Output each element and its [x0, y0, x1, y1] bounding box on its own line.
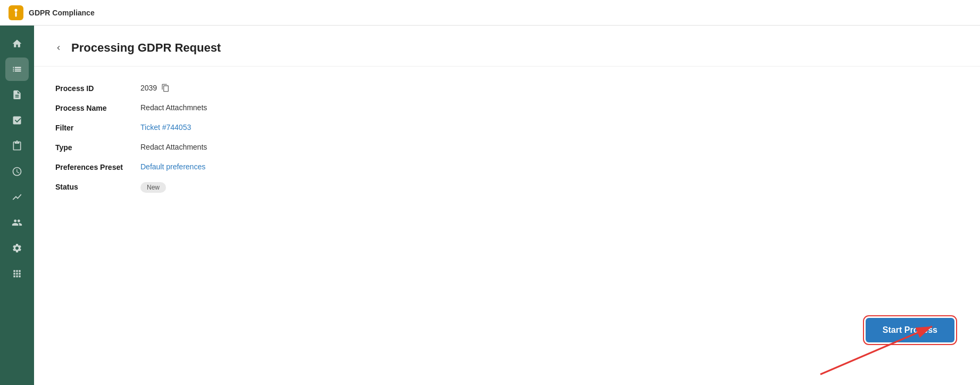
sidebar-item-home[interactable] [5, 32, 29, 55]
main-layout: Processing GDPR Request Process ID 2039 … [0, 26, 980, 385]
form-area: Process ID 2039 Process Name Redact Atta… [34, 67, 980, 220]
sidebar-item-clock[interactable] [5, 160, 29, 183]
sidebar-item-grid[interactable] [5, 262, 29, 285]
form-row-filter: Filter Ticket #744053 [55, 123, 959, 132]
label-preferences: Preferences Preset [55, 162, 140, 171]
sidebar-item-document[interactable] [5, 83, 29, 107]
value-process-name: Redact Attachmnets [140, 103, 207, 112]
back-button[interactable] [51, 40, 66, 55]
page-title: Processing GDPR Request [71, 41, 221, 55]
value-preferences[interactable]: Default preferences [140, 162, 205, 171]
process-id-text: 2039 [140, 84, 157, 92]
sidebar-item-settings[interactable] [5, 236, 29, 260]
topbar: GDPR Compliance [0, 0, 980, 26]
sidebar-item-chart[interactable] [5, 109, 29, 132]
status-badge: New [140, 182, 166, 193]
sidebar-item-analytics[interactable] [5, 185, 29, 209]
label-process-name: Process Name [55, 103, 140, 112]
form-row-process-name: Process Name Redact Attachmnets [55, 103, 959, 112]
form-row-status: Status New [55, 182, 959, 193]
form-row-preferences: Preferences Preset Default preferences [55, 162, 959, 171]
label-status: Status [55, 182, 140, 191]
sidebar-item-clipboard[interactable] [5, 134, 29, 158]
sidebar-item-list[interactable] [5, 58, 29, 81]
value-filter[interactable]: Ticket #744053 [140, 123, 191, 132]
form-row-process-id: Process ID 2039 [55, 84, 959, 93]
value-type: Redact Attachments [140, 143, 207, 151]
start-process-button[interactable]: Start Process [866, 318, 954, 342]
sidebar [0, 26, 34, 385]
label-type: Type [55, 143, 140, 152]
app-logo [9, 5, 23, 20]
content-area: Processing GDPR Request Process ID 2039 … [34, 26, 980, 385]
sidebar-item-users[interactable] [5, 211, 29, 234]
label-filter: Filter [55, 123, 140, 132]
page-header: Processing GDPR Request [34, 26, 980, 67]
form-row-type: Type Redact Attachments [55, 143, 959, 152]
copy-icon[interactable] [161, 84, 170, 92]
value-process-id: 2039 [140, 84, 170, 92]
label-process-id: Process ID [55, 84, 140, 93]
app-name: GDPR Compliance [29, 9, 95, 17]
